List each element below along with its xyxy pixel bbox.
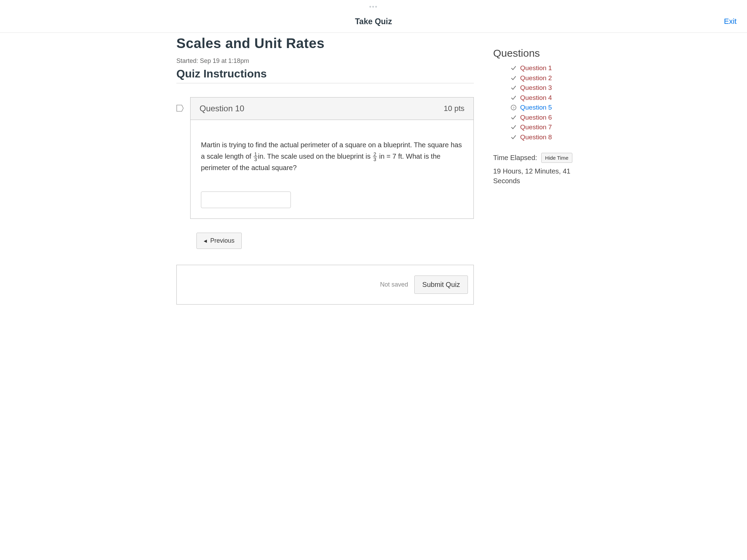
question-nav-item[interactable]: Question 2: [510, 73, 581, 83]
question-text-part: in. The scale used on the blueprint is: [258, 152, 372, 160]
top-bar: Take Quiz Exit: [0, 12, 747, 33]
exit-link[interactable]: Exit: [724, 17, 737, 26]
svg-text:?: ?: [513, 106, 515, 110]
question-nav-list: Question 1Question 2Question 3Question 4…: [493, 63, 581, 141]
time-elapsed-value: 19 Hours, 12 Minutes, 41 Seconds: [493, 166, 581, 186]
submit-panel: Not saved Submit Quiz: [176, 265, 474, 305]
question-number-label: Question 10: [200, 104, 244, 113]
checkmark-icon: [510, 65, 517, 71]
questions-sidebar-heading: Questions: [493, 47, 581, 59]
question-unanswered-icon: ?: [510, 104, 517, 111]
page-title: Take Quiz: [355, 17, 392, 26]
question-header: Question 10 10 pts: [191, 97, 473, 120]
question-points-label: 10 pts: [444, 104, 464, 113]
hide-time-button[interactable]: Hide Time: [541, 153, 572, 163]
caret-left-icon: ◀: [204, 239, 207, 243]
checkmark-icon: [510, 75, 517, 81]
time-elapsed-label: Time Elapsed:: [493, 154, 537, 162]
checkmark-icon: [510, 95, 517, 101]
flag-icon[interactable]: [176, 105, 184, 112]
question-nav-label: Question 1: [520, 63, 552, 73]
instructions-heading: Quiz Instructions: [176, 67, 474, 83]
question-nav-item[interactable]: Question 7: [510, 122, 581, 132]
question-nav-item[interactable]: Question 4: [510, 93, 581, 103]
question-nav-label: Question 7: [520, 122, 552, 132]
question-nav-item[interactable]: Question 1: [510, 63, 581, 73]
question-nav-label: Question 4: [520, 93, 552, 103]
question-nav-item[interactable]: Question 6: [510, 113, 581, 123]
submit-quiz-button[interactable]: Submit Quiz: [414, 276, 468, 294]
question-nav-label: Question 3: [520, 83, 552, 93]
previous-button[interactable]: ◀ Previous: [196, 233, 242, 249]
checkmark-icon: [510, 114, 517, 121]
question-nav-item[interactable]: Question 8: [510, 132, 581, 141]
quiz-title: Scales and Unit Rates: [176, 36, 474, 51]
question-nav-label: Question 2: [520, 73, 552, 83]
question-text: Martin is trying to find the actual peri…: [201, 139, 463, 174]
question-nav-item[interactable]: ?Question 5: [510, 103, 581, 113]
previous-button-label: Previous: [210, 237, 234, 244]
question-card: Question 10 10 pts Martin is trying to f…: [190, 97, 474, 219]
started-timestamp: Started: Sep 19 at 1:18pm: [176, 57, 474, 65]
answer-input[interactable]: [201, 192, 291, 208]
checkmark-icon: [510, 134, 517, 140]
fraction-display: 13: [253, 152, 258, 162]
question-nav-item[interactable]: Question 3: [510, 83, 581, 93]
question-nav-label: Question 6: [520, 113, 552, 123]
checkmark-icon: [510, 85, 517, 91]
fraction-display: 23: [373, 152, 377, 162]
checkmark-icon: [510, 124, 517, 130]
question-nav-label: Question 8: [520, 132, 552, 141]
drag-handle-dots: •••: [0, 0, 747, 12]
question-nav-label: Question 5: [520, 103, 552, 113]
save-status-label: Not saved: [380, 281, 408, 288]
